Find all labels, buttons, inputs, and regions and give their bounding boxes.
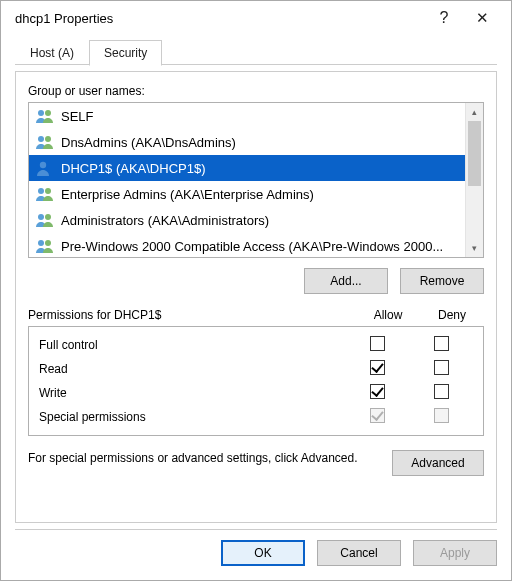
list-item-enterprise-admins[interactable]: Enterprise Admins (AKA\Enterprise Admins… (29, 181, 465, 207)
apply-button[interactable]: Apply (413, 540, 497, 566)
tab-host-a[interactable]: Host (A) (15, 40, 89, 65)
user-icon (35, 160, 55, 176)
perm-row-special: Special permissions (31, 405, 481, 429)
scroll-up-icon[interactable]: ▴ (466, 103, 483, 121)
advanced-button[interactable]: Advanced (392, 450, 484, 476)
perm-row-read: Read (31, 357, 481, 381)
svg-point-1 (45, 110, 51, 116)
svg-point-9 (38, 240, 44, 246)
svg-point-10 (45, 240, 51, 246)
allow-write-checkbox[interactable] (370, 384, 385, 399)
allow-column-header: Allow (356, 308, 420, 322)
deny-special-checkbox (434, 408, 449, 423)
list-item-label: Enterprise Admins (AKA\Enterprise Admins… (61, 187, 314, 202)
svg-point-3 (45, 136, 51, 142)
svg-point-5 (38, 188, 44, 194)
permissions-table: Full control Read Write Special permissi… (28, 326, 484, 436)
permissions-header: Permissions for DHCP1$ Allow Deny (28, 308, 484, 322)
perm-name: Write (39, 386, 345, 400)
list-item-self[interactable]: SELF (29, 103, 465, 129)
dialog-footer: OK Cancel Apply (1, 530, 511, 580)
svg-point-8 (45, 214, 51, 220)
tabstrip: Host (A) Security (1, 35, 511, 65)
allow-full-control-checkbox[interactable] (370, 336, 385, 351)
tab-security[interactable]: Security (89, 40, 162, 66)
security-panel: Group or user names: SELF DnsAdmins (AKA… (15, 71, 497, 523)
deny-read-checkbox[interactable] (434, 360, 449, 375)
list-scrollbar[interactable]: ▴ ▾ (465, 103, 483, 257)
list-item-prewin2000[interactable]: Pre-Windows 2000 Compatible Access (AKA\… (29, 233, 465, 257)
cancel-button[interactable]: Cancel (317, 540, 401, 566)
scroll-down-icon[interactable]: ▾ (466, 239, 483, 257)
deny-column-header: Deny (420, 308, 484, 322)
perm-name: Special permissions (39, 410, 345, 424)
principals-list-content: SELF DnsAdmins (AKA\DnsAdmins) DHCP1$ (A… (29, 103, 465, 257)
group-icon (35, 238, 55, 254)
group-icon (35, 186, 55, 202)
group-or-user-names-label: Group or user names: (28, 84, 484, 98)
perm-row-write: Write (31, 381, 481, 405)
svg-point-2 (38, 136, 44, 142)
list-item-label: DHCP1$ (AKA\DHCP1$) (61, 161, 206, 176)
perm-name: Read (39, 362, 345, 376)
perm-name: Full control (39, 338, 345, 352)
ok-button[interactable]: OK (221, 540, 305, 566)
remove-button[interactable]: Remove (400, 268, 484, 294)
group-icon (35, 108, 55, 124)
list-item-label: SELF (61, 109, 94, 124)
scroll-track[interactable] (466, 121, 483, 239)
allow-read-checkbox[interactable] (370, 360, 385, 375)
svg-point-6 (45, 188, 51, 194)
list-item-label: Pre-Windows 2000 Compatible Access (AKA\… (61, 239, 443, 254)
deny-full-control-checkbox[interactable] (434, 336, 449, 351)
svg-point-7 (38, 214, 44, 220)
svg-point-4 (40, 162, 46, 168)
list-item-dhcp1[interactable]: DHCP1$ (AKA\DHCP1$) (29, 155, 465, 181)
add-button[interactable]: Add... (304, 268, 388, 294)
list-item-administrators[interactable]: Administrators (AKA\Administrators) (29, 207, 465, 233)
properties-window: dhcp1 Properties ? ✕ Host (A) Security G… (0, 0, 512, 581)
window-title: dhcp1 Properties (15, 11, 425, 26)
advanced-hint: For special permissions or advanced sett… (28, 450, 380, 466)
close-button[interactable]: ✕ (463, 9, 501, 27)
allow-special-checkbox (370, 408, 385, 423)
deny-write-checkbox[interactable] (434, 384, 449, 399)
list-item-label: Administrators (AKA\Administrators) (61, 213, 269, 228)
group-icon (35, 212, 55, 228)
list-item-label: DnsAdmins (AKA\DnsAdmins) (61, 135, 236, 150)
list-item-dnsadmins[interactable]: DnsAdmins (AKA\DnsAdmins) (29, 129, 465, 155)
svg-point-0 (38, 110, 44, 116)
principals-listbox[interactable]: SELF DnsAdmins (AKA\DnsAdmins) DHCP1$ (A… (28, 102, 484, 258)
advanced-row: For special permissions or advanced sett… (28, 450, 484, 476)
titlebar: dhcp1 Properties ? ✕ (1, 1, 511, 35)
add-remove-row: Add... Remove (28, 268, 484, 294)
help-button[interactable]: ? (425, 9, 463, 27)
perm-row-full-control: Full control (31, 333, 481, 357)
group-icon (35, 134, 55, 150)
permissions-for-label: Permissions for DHCP1$ (28, 308, 356, 322)
scroll-thumb[interactable] (468, 121, 481, 186)
